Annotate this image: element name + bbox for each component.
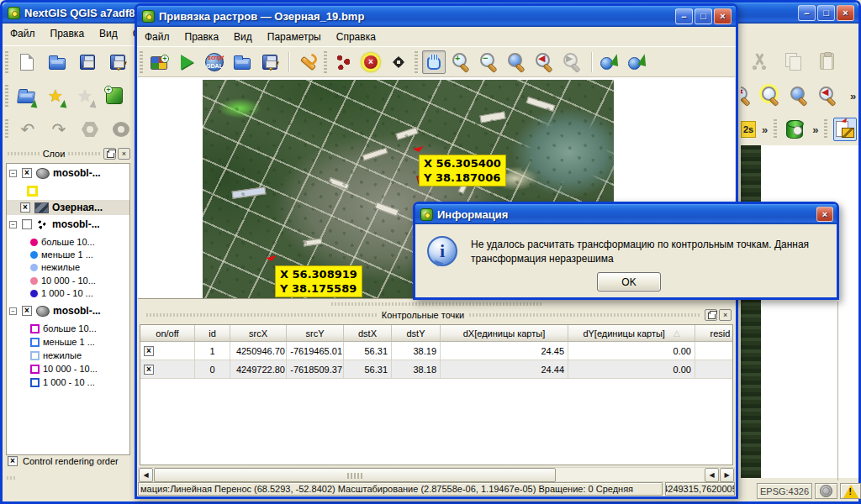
georef-menu-settings[interactable]: Параметры <box>260 28 329 46</box>
expander-icon[interactable]: − <box>9 170 17 177</box>
zoom-in-button[interactable]: ✱ <box>741 84 754 108</box>
toolbar-handle[interactable] <box>774 119 777 139</box>
georef-maximize-button[interactable]: □ <box>695 8 712 24</box>
cut-button[interactable] <box>747 50 771 73</box>
main-menu-view[interactable]: Вид <box>92 24 125 43</box>
main-close-button[interactable]: × <box>837 5 854 21</box>
delete-point-button[interactable]: × <box>359 50 383 74</box>
layer-checkbox[interactable]: × <box>20 202 30 213</box>
zoom-full-button[interactable] <box>759 84 783 108</box>
zoom-to-layer-button[interactable] <box>505 50 529 74</box>
georef-minimize-button[interactable]: − <box>675 8 693 24</box>
layers-panel-header[interactable]: Слои × <box>4 146 132 161</box>
control-rendering-order[interactable]: × Control rendering order <box>8 456 119 466</box>
main-menu-file[interactable]: Файл <box>3 24 43 43</box>
layer-checkbox[interactable] <box>22 219 32 229</box>
col-header-dstx[interactable]: dstX <box>344 325 392 342</box>
main-menu-edit[interactable]: Правка <box>43 24 92 43</box>
col-header-id[interactable]: id <box>195 325 230 342</box>
col-header-resid[interactable]: resid <box>695 325 733 342</box>
add-point-button[interactable] <box>331 50 355 74</box>
gcp-table-row[interactable]: × 0 4249722.80 -7618509.37 56.31 38.18 2… <box>140 360 732 379</box>
panel-resize-grip[interactable] <box>7 476 15 480</box>
float-dock-button[interactable] <box>705 309 717 321</box>
georef-menu-edit[interactable]: Правка <box>177 28 227 46</box>
new-vector-layer-button[interactable] <box>14 84 38 108</box>
paste-button[interactable] <box>815 50 838 73</box>
zoom-last-button[interactable]: ◀ <box>533 50 557 74</box>
zoom-out-button[interactable]: − <box>478 50 501 74</box>
save-project-as-button[interactable] <box>106 50 129 74</box>
pan-button[interactable] <box>422 50 446 74</box>
gcp-table-row[interactable]: × 1 4250946.70 -7619465.01 56.31 38.19 2… <box>140 342 732 360</box>
zoom-to-selection-button[interactable] <box>788 84 811 108</box>
dock-handle[interactable] <box>8 152 40 155</box>
toolbar-overflow-chevron[interactable]: » <box>762 123 768 136</box>
redo-button[interactable]: ↷ <box>47 118 71 141</box>
dialog-close-button[interactable]: × <box>816 207 833 222</box>
georeferencer-button[interactable] <box>833 118 857 141</box>
messages-button[interactable] <box>840 483 861 499</box>
open-raster-button[interactable]: + <box>147 50 171 74</box>
col-header-onoff[interactable]: on/off <box>140 325 195 342</box>
remove-layer-button[interactable]: ★ <box>73 84 97 108</box>
legend-item[interactable]: 1 000 - 10 ... <box>7 375 129 390</box>
georef-menu-view[interactable]: Вид <box>226 28 260 46</box>
close-panel-button[interactable]: × <box>118 148 130 160</box>
close-dock-button[interactable]: × <box>719 309 732 321</box>
toolbar-handle[interactable] <box>415 51 418 73</box>
layer-item[interactable]: − mosobl-... <box>7 217 129 232</box>
save-gcp-button[interactable] <box>258 50 282 74</box>
col-header-srcy[interactable]: srcY <box>287 325 344 342</box>
transformation-settings-button[interactable] <box>296 50 320 74</box>
toolbar-overflow-chevron[interactable]: » <box>812 123 818 136</box>
add-layer-button[interactable]: + <box>103 84 126 108</box>
main-map-canvas[interactable] <box>741 145 858 478</box>
dock-drag-handle[interactable] <box>331 302 541 306</box>
col-header-dy[interactable]: dY[единицы карты]△ <box>568 325 695 342</box>
toolbar-handle[interactable] <box>5 51 8 73</box>
control-rendering-checkbox[interactable]: × <box>8 456 18 466</box>
label-tool-icon[interactable]: 2s <box>741 121 756 138</box>
load-gcp-button[interactable] <box>230 50 254 74</box>
georef-close-button[interactable]: × <box>714 8 732 24</box>
scroll-left-button[interactable]: ◀ <box>139 468 153 482</box>
layer-checkbox[interactable]: × <box>22 306 32 316</box>
dock-handle[interactable] <box>146 313 377 317</box>
zoom-in-button[interactable]: + <box>450 50 473 74</box>
col-header-srcx[interactable]: srcX <box>230 325 287 342</box>
scroll-left-button2[interactable]: ◀ <box>705 468 719 482</box>
dialog-titlebar[interactable]: Информация × <box>415 204 837 224</box>
zoom-last-button[interactable]: ◀ <box>816 84 840 108</box>
col-header-dsty[interactable]: dstY <box>392 325 441 342</box>
crs-button[interactable] <box>815 483 837 499</box>
zoom-next-button[interactable]: ▶ <box>561 50 584 74</box>
undo-button[interactable]: ↶ <box>16 118 40 141</box>
georef-menu-file[interactable]: Файл <box>137 28 177 46</box>
move-point-button[interactable] <box>387 50 410 74</box>
dock-handle[interactable] <box>68 152 100 155</box>
ok-button[interactable]: OK <box>597 272 661 291</box>
georef-menu-help[interactable]: Справка <box>329 28 383 46</box>
gcp-dock-header[interactable]: Контрольные точки × <box>141 307 732 322</box>
layer-item[interactable]: − × mosobl-... <box>7 165 129 181</box>
toolbar-handle[interactable] <box>5 85 8 107</box>
db-manager-button[interactable] <box>783 118 806 141</box>
open-project-button[interactable] <box>45 50 69 74</box>
new-project-button[interactable] <box>15 50 39 74</box>
main-minimize-button[interactable]: − <box>798 5 816 21</box>
float-panel-button[interactable] <box>103 148 116 160</box>
georef-hscrollbar[interactable]: ◀ ◀ ▶ <box>138 467 735 482</box>
dock-handle[interactable] <box>469 313 700 317</box>
geometry-tool-button[interactable] <box>78 118 102 141</box>
link-georef-to-qgis-button[interactable] <box>599 50 622 74</box>
save-project-button[interactable] <box>76 50 99 74</box>
gcp-enabled-checkbox[interactable]: × <box>144 346 154 356</box>
legend-item[interactable]: 1 000 - 10 ... <box>7 286 129 301</box>
epsg-status-panel[interactable]: EPSG:4326 <box>757 483 812 499</box>
copy-button[interactable] <box>781 50 805 73</box>
scroll-right-button[interactable]: ▶ <box>720 468 734 482</box>
layer-checkbox[interactable]: × <box>22 168 32 178</box>
toolbar-handle[interactable] <box>140 51 143 73</box>
scrollbar-thumb[interactable] <box>154 468 556 482</box>
